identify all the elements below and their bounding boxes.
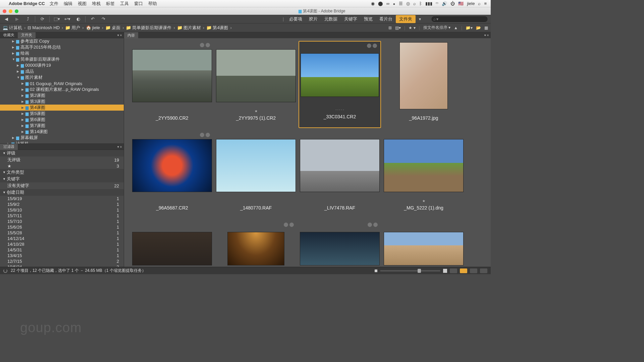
menu-file[interactable]: 文件 (50, 1, 58, 7)
workspace-tab[interactable]: 元数据 (321, 15, 341, 23)
trash-icon[interactable]: ▦ (484, 25, 488, 30)
evernote-icon[interactable]: ☰ (399, 1, 403, 6)
path-segment[interactable]: 📁 用户 (65, 25, 80, 31)
thumbnail-rating[interactable]: ★ (422, 199, 425, 203)
view-mode-list[interactable] (480, 268, 487, 273)
filter-row[interactable]: 10/6/243 (0, 264, 124, 267)
expand-arrow-icon[interactable]: ▶ (12, 136, 16, 139)
battery-icon[interactable]: ▮▮▮ (425, 1, 432, 6)
folder-tree-item[interactable]: ▶▆屏幕截屏 (0, 135, 124, 141)
folder-tree-item[interactable]: ▶▆01 Gogoup_RAW Originals (0, 80, 124, 86)
expand-arrow-icon[interactable]: ▶ (21, 94, 25, 97)
filter-row[interactable]: 15/7/101 (0, 219, 124, 224)
thumbnail-item[interactable]: · · · · ·_33C0341.CR2 (299, 41, 381, 128)
expand-arrow-icon[interactable]: ▼ (17, 76, 21, 79)
rotate-ccw-button[interactable]: ↶ (89, 16, 96, 22)
eye-icon[interactable]: ◎ (406, 1, 410, 6)
folder-tree-item[interactable]: ▶▆第5课图 (0, 111, 124, 117)
thumbnail-item[interactable] (131, 221, 213, 267)
folder-tree-item[interactable]: ▶▆绘画 (0, 50, 124, 56)
path-segment[interactable]: 💻 计算机 (3, 25, 22, 31)
filter-section-header[interactable]: ▼评级 (0, 150, 124, 157)
thumbnail-item[interactable] (215, 221, 297, 267)
expand-arrow-icon[interactable]: ▶ (21, 130, 25, 133)
filter-row[interactable]: 15/7/111 (0, 213, 124, 219)
menu-label[interactable]: 标签 (106, 1, 115, 7)
expand-arrow-icon[interactable]: ▼ (3, 171, 7, 174)
folder-tree-item[interactable]: ▶▆第3课图 (0, 99, 124, 105)
folder-tree-item[interactable]: ▶▆参考追踪 Copy (0, 38, 124, 44)
folder-tree-item[interactable]: ▶▆成品 (0, 68, 124, 74)
folder-tree-item[interactable]: ▶▆第6课图 (0, 117, 124, 123)
filter-row[interactable]: 14/10/281 (0, 241, 124, 247)
filter-list[interactable]: ▼评级无评级19★3▼文件类型▼关键字没有关键字22▼创建日期15/9/1911… (0, 150, 124, 267)
folder-tree-item[interactable]: ▶▆02 课程图片素材...p_RAW Originals (0, 86, 124, 93)
rotate-cw-button[interactable]: ↷ (100, 16, 107, 22)
filter-row[interactable]: 15/9/191 (0, 196, 124, 201)
camera-import-button[interactable]: ⬚▾ (53, 16, 60, 22)
bluetooth-icon[interactable]: ᛒ (419, 1, 422, 6)
filter-section-header[interactable]: ▼创建日期 (0, 189, 124, 196)
thumbnail-item[interactable]: ★_MG_5222 (1).dng (382, 131, 465, 218)
open-recent-icon[interactable]: 📂 (476, 25, 481, 30)
window-minimize-button[interactable] (9, 9, 12, 13)
expand-arrow-icon[interactable]: ▼ (12, 58, 16, 61)
expand-arrow-icon[interactable]: ▶ (21, 106, 25, 109)
thumbnail-rating[interactable]: · · · · · (335, 108, 344, 112)
expand-arrow-icon[interactable]: ▼ (3, 191, 7, 194)
view-mode-grid[interactable] (460, 268, 467, 273)
new-folder-icon[interactable]: 📁▾ (466, 25, 473, 30)
expand-arrow-icon[interactable]: ▶ (12, 40, 16, 43)
panel-menu-icon[interactable]: ▾ ≡ (115, 145, 124, 148)
expand-arrow-icon[interactable]: ▶ (21, 100, 25, 103)
filter-section-header[interactable]: ▼文件类型 (0, 169, 124, 176)
refine-button[interactable]: ◐ (74, 16, 82, 22)
thumbnail-size-slider[interactable] (380, 270, 440, 272)
thumbnail-item[interactable]: _LIV7478.RAF (299, 131, 381, 218)
folder-tree[interactable]: ▶▆参考追踪 Copy▶▆高高手2015年终总结▶▆绘画▼▆简单摄影后期课课件▶… (0, 38, 124, 143)
nav-back-button[interactable]: ◀ (3, 16, 10, 22)
dropbox-icon[interactable]: ⬥ (393, 1, 395, 6)
folder-tree-item[interactable]: ▶▆高高手2015年终总结 (0, 44, 124, 50)
status-circle-icon[interactable]: ◉ (371, 1, 375, 6)
search-spotlight-icon[interactable]: ⌕ (413, 1, 416, 6)
nav-forward-button[interactable]: ▶ (13, 16, 21, 22)
path-segment[interactable]: 📁 图片素材 (177, 25, 201, 31)
flag-icon[interactable]: 🇺🇸 (458, 1, 464, 6)
rating-filter-icon[interactable]: ★ ▾ (409, 25, 415, 30)
workspace-tab[interactable]: 胶片 (306, 15, 321, 23)
thumbnail-rating[interactable]: ★ (255, 109, 258, 113)
folder-tree-item[interactable]: ▶▆第7课图 (0, 123, 124, 129)
creative-cloud-icon[interactable]: ∞ (386, 1, 389, 6)
thumbnail-item[interactable] (299, 221, 381, 267)
expand-arrow-icon[interactable]: ▶ (12, 52, 16, 55)
spotlight-icon[interactable]: ⌕ (478, 1, 481, 6)
slider-thumb[interactable] (418, 269, 421, 273)
expand-arrow-icon[interactable]: ▶ (21, 112, 25, 115)
menu-tools[interactable]: 工具 (120, 1, 129, 7)
expand-arrow-icon[interactable]: ▼ (3, 152, 7, 155)
path-segment[interactable]: 📁 简单摄影后期课课件 (126, 25, 171, 31)
filter-row[interactable]: ★3 (0, 163, 124, 169)
expand-arrow-icon[interactable]: ▶ (12, 46, 16, 49)
view-options-icon[interactable]: ▤▾ (395, 25, 401, 30)
filter-tab[interactable]: 过滤器 (0, 143, 18, 150)
window-maximize-button[interactable] (15, 9, 18, 13)
folder-tree-item[interactable]: ▶▆第14课图 (0, 129, 124, 135)
filter-row[interactable]: 无评级19 (0, 157, 124, 163)
expand-arrow-icon[interactable]: ▶ (21, 124, 25, 127)
workspace-tab[interactable]: 关键字 (341, 15, 361, 23)
filter-row[interactable]: 14/5/311 (0, 247, 124, 253)
filter-row[interactable]: 15/5/281 (0, 230, 124, 236)
boomerang-button[interactable]: ↩▾ (64, 16, 71, 22)
menu-list-icon[interactable]: ≡ (484, 1, 487, 6)
workspace-tab[interactable]: 看片台 (376, 15, 396, 23)
expand-arrow-icon[interactable]: ▶ (21, 82, 25, 85)
view-mode-thumbnails[interactable] (450, 268, 457, 273)
folder-tree-item[interactable]: ▶▆第4课图 (0, 105, 124, 111)
filter-row[interactable]: 14/12/141 (0, 236, 124, 241)
expand-arrow-icon[interactable]: ▶ (21, 118, 25, 121)
filter-row[interactable]: 没有关键字22 (0, 182, 124, 189)
thumbnail-item[interactable]: _96A5687.CR2 (131, 131, 213, 218)
filter-row[interactable]: 15/9/21 (0, 201, 124, 207)
